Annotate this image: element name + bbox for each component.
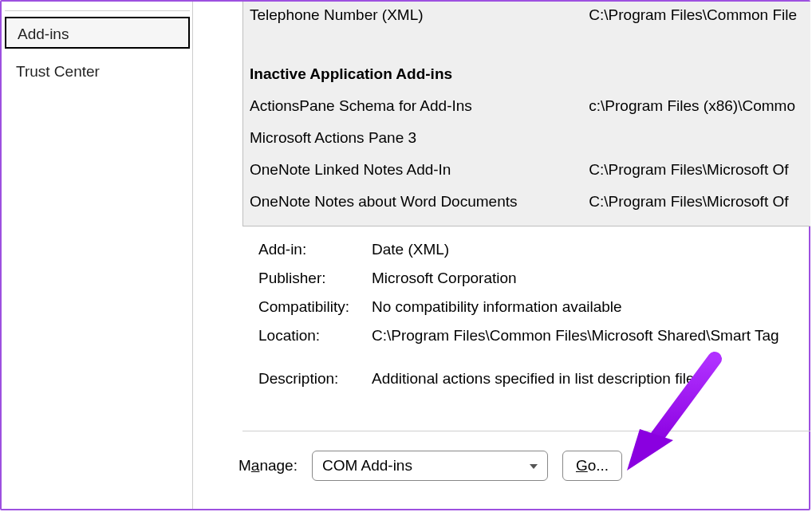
sidebar-item-trust-center[interactable]: Trust Center [5, 56, 190, 88]
addin-location: c:\Program Files (x86)\Commo [589, 97, 795, 115]
addin-row[interactable]: Microsoft Actions Pane 3 [250, 129, 810, 153]
detail-label: Description: [258, 367, 372, 391]
sidebar-item-label: Add-ins [18, 26, 69, 42]
addin-name: Microsoft Actions Pane 3 [250, 129, 585, 147]
detail-label: Publisher: [258, 266, 372, 290]
addins-list[interactable]: Telephone Number (XML) C:\Program Files\… [242, 2, 810, 226]
addin-location: C:\Program Files\Microsoft Of [589, 193, 788, 211]
detail-value: No compatibility information available [372, 295, 810, 319]
go-button[interactable]: Go... [562, 451, 622, 481]
addin-row[interactable]: Telephone Number (XML) C:\Program Files\… [250, 6, 810, 30]
detail-row-description: Description: Additional actions specifie… [258, 367, 810, 391]
addin-name: OneNote Notes about Word Documents [250, 193, 585, 211]
addin-row[interactable]: OneNote Notes about Word Documents C:\Pr… [250, 193, 810, 217]
addin-row[interactable]: ActionsPane Schema for Add-Ins c:\Progra… [250, 97, 810, 121]
addin-location: C:\Program Files\Common File [589, 6, 797, 24]
section-header-label: Inactive Application Add-ins [250, 65, 452, 82]
options-sidebar: Add-ins Trust Center [2, 2, 193, 509]
addin-location: C:\Program Files\Microsoft Of [589, 161, 788, 179]
detail-row-publisher: Publisher: Microsoft Corporation [258, 266, 810, 290]
manage-dropdown[interactable]: COM Add-ins [312, 451, 548, 481]
detail-label: Location: [258, 324, 372, 348]
detail-row-addin: Add-in: Date (XML) [258, 238, 810, 262]
main-pane: Telephone Number (XML) C:\Program Files\… [195, 2, 810, 509]
details-divider [242, 431, 810, 431]
detail-value: Additional actions specified in list des… [372, 367, 810, 391]
addin-row[interactable]: OneNote Linked Notes Add-In C:\Program F… [250, 161, 810, 185]
addin-name: OneNote Linked Notes Add-In [250, 161, 585, 179]
detail-label: Add-in: [258, 238, 372, 262]
manage-dropdown-value: COM Add-ins [322, 457, 412, 474]
addin-name: Telephone Number (XML) [250, 6, 585, 24]
manage-bar: Manage: COM Add-ins Go... [238, 450, 810, 482]
sidebar-divider [5, 10, 190, 11]
addin-name: ActionsPane Schema for Add-Ins [250, 97, 585, 115]
section-header-inactive: Inactive Application Add-ins [250, 65, 810, 89]
detail-row-compatibility: Compatibility: No compatibility informat… [258, 295, 810, 319]
detail-row-location: Location: C:\Program Files\Common Files\… [258, 324, 810, 348]
detail-label: Compatibility: [258, 295, 372, 319]
detail-value: Date (XML) [372, 238, 810, 262]
sidebar-item-addins[interactable]: Add-ins [5, 17, 190, 49]
manage-label: Manage: [238, 457, 298, 475]
detail-value: Microsoft Corporation [372, 266, 810, 290]
detail-value: C:\Program Files\Common Files\Microsoft … [372, 324, 810, 348]
sidebar-item-label: Trust Center [16, 63, 100, 80]
addin-details: Add-in: Date (XML) Publisher: Microsoft … [258, 238, 810, 396]
